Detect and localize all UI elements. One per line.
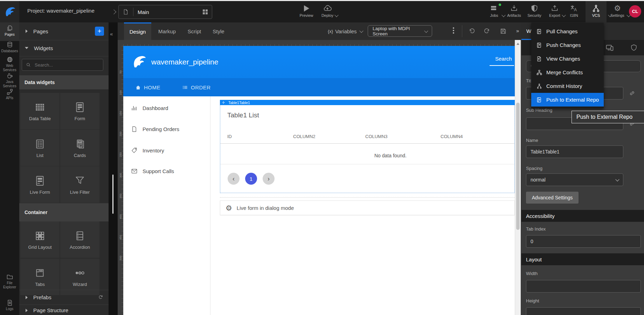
rail-item-pages[interactable]: Pages xyxy=(0,22,19,41)
collapse-arrow-icon xyxy=(26,29,28,33)
security-button[interactable]: Security xyxy=(524,4,545,18)
tabs-icon xyxy=(34,267,46,279)
pagination-next-button[interactable]: › xyxy=(263,173,275,185)
save-icon[interactable] xyxy=(499,27,507,35)
widgets-section-row[interactable]: Widgets xyxy=(19,40,109,56)
pagination-prev-button[interactable]: ‹ xyxy=(228,173,240,185)
i18n-button[interactable]: A I18N xyxy=(564,4,584,18)
spacing-value: normal xyxy=(531,177,546,183)
app-sidebar-item-dashboard[interactable]: Dashboard xyxy=(123,103,210,113)
widget-card-live-filter[interactable]: Live Filter xyxy=(60,166,99,203)
tab-index-input[interactable] xyxy=(526,235,641,248)
devices-icon[interactable] xyxy=(605,43,614,52)
rail-item-java-services[interactable]: Java Services xyxy=(0,72,19,88)
jobs-button[interactable]: Jobs xyxy=(484,4,504,18)
collapse-panel-button[interactable]: « xyxy=(110,31,113,37)
app-header[interactable]: wavemaker_pipeline Search xyxy=(123,46,515,78)
rail-item-file-explorer[interactable]: File Explorer xyxy=(0,273,19,289)
divider-scrollbar[interactable] xyxy=(112,174,113,214)
layout-section-header[interactable]: Layout xyxy=(521,253,644,265)
tab-design[interactable]: Design xyxy=(124,22,151,40)
column-header-id[interactable]: ID xyxy=(227,134,232,139)
widget-card-grid-layout[interactable]: Grid Layout xyxy=(20,221,60,258)
page-structure-row[interactable]: Page Structure xyxy=(19,306,109,315)
push-changes-icon xyxy=(536,42,542,48)
table-widget-body[interactable]: Table1 List ID COLUMN2 COLUMN3 COLUMN4 N… xyxy=(220,105,515,193)
tab-style[interactable]: Style xyxy=(208,22,229,40)
widget-selection-bar[interactable]: Table1Table1 xyxy=(220,100,515,105)
widget-search-input[interactable] xyxy=(34,62,95,68)
toolbar-divider xyxy=(462,25,462,37)
widget-card-list[interactable]: List xyxy=(20,130,60,166)
app-sidebar-item-inventory[interactable]: Inventory xyxy=(123,145,210,156)
more-options-button[interactable] xyxy=(453,27,454,34)
export-button[interactable]: Export xyxy=(545,4,565,18)
advanced-settings-button[interactable]: Advanced Settings xyxy=(526,192,579,204)
widget-search-box[interactable] xyxy=(22,59,103,71)
refresh-icon[interactable] xyxy=(98,294,104,300)
menu-item-merge-conflicts[interactable]: Merge Conflicts xyxy=(531,66,604,79)
deploy-button[interactable]: Deploy xyxy=(317,4,338,18)
rail-item-logs[interactable]: Logs xyxy=(0,299,19,311)
widget-card-data-table[interactable]: Data Table xyxy=(20,93,60,129)
undo-icon[interactable] xyxy=(468,27,476,35)
artifacts-button[interactable]: Artifacts xyxy=(504,4,524,18)
menu-item-push-to-external-repo[interactable]: Push to External Repo xyxy=(531,93,604,107)
bind-link-icon[interactable] xyxy=(629,90,636,97)
panel-tab-widget[interactable]: W xyxy=(526,28,531,34)
rail-item-apis[interactable]: APIs xyxy=(0,88,19,100)
shield-icon[interactable] xyxy=(630,44,638,52)
column-header-column4[interactable]: COLUMN4 xyxy=(441,134,463,139)
widget-card-accordion[interactable]: Accordion xyxy=(60,221,99,258)
redo-icon[interactable] xyxy=(483,27,491,35)
tab-script[interactable]: Script xyxy=(183,22,206,40)
app-search-link[interactable]: Search xyxy=(495,56,512,62)
widget-card-cards[interactable]: Cards xyxy=(60,130,99,166)
avatar[interactable]: CL xyxy=(629,5,641,18)
move-icon[interactable] xyxy=(222,101,225,104)
add-page-button[interactable]: + xyxy=(95,27,104,36)
widget-card-live-form[interactable]: Live Form xyxy=(20,166,60,203)
pagination-page-1[interactable]: 1 xyxy=(245,173,257,185)
app-sidebar-item-pending-orders[interactable]: Pending Orders xyxy=(123,124,210,134)
variables-button[interactable]: {x} Variables xyxy=(328,22,363,40)
spacing-select[interactable]: normal xyxy=(526,173,623,186)
menu-item-commit-history[interactable]: Commit History xyxy=(531,79,604,93)
project-name: Project: wavemaker_pipeline xyxy=(27,8,95,14)
tab-markup[interactable]: Markup xyxy=(154,22,180,40)
pages-section-row[interactable]: Pages + xyxy=(19,22,109,40)
accessibility-section-header[interactable]: Accessibility xyxy=(521,210,644,222)
folder-icon xyxy=(6,273,13,280)
width-input[interactable] xyxy=(526,280,641,293)
scroll-up-arrow[interactable] xyxy=(517,43,519,45)
expand-panel-button[interactable]: » xyxy=(516,28,519,34)
ruler-corner xyxy=(118,40,124,46)
rail-item-databases[interactable]: Databases xyxy=(0,41,19,53)
menu-item-pull-changes[interactable]: Pull Changes xyxy=(531,25,604,38)
app-sidebar-item-support-calls[interactable]: Support Calls xyxy=(123,166,210,176)
vcs-button[interactable]: VCS xyxy=(586,1,607,22)
settings-button[interactable]: ⚙ Settings xyxy=(607,4,628,18)
menu-item-view-changes[interactable]: View Changes xyxy=(531,52,604,66)
device-selector[interactable]: Laptop with MDPI Screen xyxy=(368,25,432,37)
scrollbar-thumb[interactable] xyxy=(516,103,520,230)
nav-item-home[interactable]: HOME xyxy=(135,84,160,90)
wavemaker-logo[interactable] xyxy=(0,1,19,22)
preview-button[interactable]: Preview xyxy=(296,4,317,18)
nav-item-order[interactable]: ORDER xyxy=(182,84,211,90)
rail-item-web-services[interactable]: Web Services xyxy=(0,56,19,72)
height-input[interactable] xyxy=(526,307,641,315)
menu-item-push-changes[interactable]: Push Changes xyxy=(531,38,604,52)
collapse-arrow-icon xyxy=(26,296,28,299)
canvas-scrollbar[interactable] xyxy=(515,40,521,315)
name-input[interactable] xyxy=(526,145,623,158)
column-header-column3[interactable]: COLUMN3 xyxy=(365,134,388,139)
grid-view-icon[interactable] xyxy=(202,9,208,15)
tab-divider xyxy=(133,8,133,16)
prefabs-section-row[interactable]: Prefabs xyxy=(19,290,109,305)
page-tab-main[interactable]: Main xyxy=(118,5,212,19)
table-widget-selection[interactable]: Table1Table1 Table1 List ID COLUMN2 COLU… xyxy=(220,100,515,193)
column-header-column2[interactable]: COLUMN2 xyxy=(293,134,316,139)
live-form-widget[interactable]: ⚙ Live form in dialog mode xyxy=(220,200,515,215)
widget-card-form[interactable]: Form xyxy=(60,93,99,129)
